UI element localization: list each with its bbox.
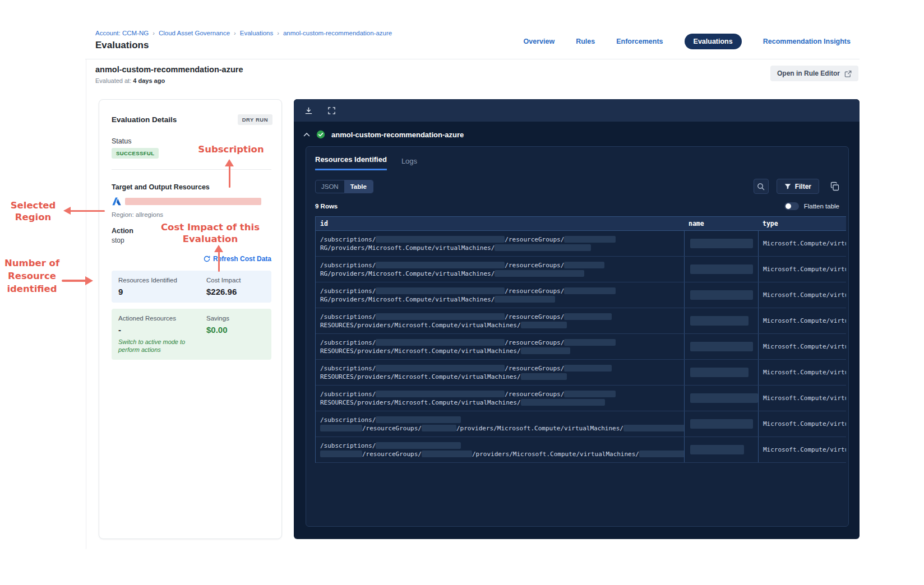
resource-path-text: /resourceGroups/ — [505, 287, 564, 295]
resource-path-text: RG/providers/Microsoft.Compute/virtualMa… — [320, 244, 495, 252]
external-link-icon — [844, 70, 852, 77]
table-row[interactable]: /subscriptions//resourceGroups/RG/provid… — [316, 257, 846, 282]
resource-path-text: /subscriptions/ — [320, 339, 376, 346]
id-line-2: /resourceGroups//providers/Microsoft.Com… — [320, 450, 680, 458]
breadcrumb-item[interactable]: anmol-custom-recommendation-azure — [283, 30, 392, 36]
resource-path-text: RG/providers/Microsoft.Compute/virtualMa… — [320, 270, 495, 277]
evaluated-at: Evaluated at: 4 days ago — [95, 77, 165, 84]
cell-name — [684, 437, 758, 462]
subscription-redacted-value — [125, 198, 261, 205]
resource-path-text: /resourceGroups/ — [505, 313, 564, 321]
resource-path-text: /subscriptions/ — [320, 313, 376, 321]
open-in-rule-editor-button[interactable]: Open in Rule Editor — [770, 66, 858, 81]
redacted-name — [690, 445, 744, 454]
table-row[interactable]: /subscriptions//resourceGroups/RG/provid… — [316, 282, 846, 308]
id-line-1: /subscriptions//resourceGroups/ — [320, 235, 680, 244]
table-row[interactable]: /subscriptions//resourceGroups/RG/provid… — [316, 231, 846, 257]
actioned-savings-box: Actioned Resources - Savings $0.00 Switc… — [112, 309, 271, 360]
cell-name — [684, 282, 758, 308]
id-line-2: RESOURCES/providers/Microsoft.Compute/vi… — [320, 347, 680, 355]
region-value: Region: allregions — [112, 211, 272, 218]
redacted-value — [376, 391, 505, 397]
nav-tab-enforcements[interactable]: Enforcements — [616, 38, 663, 45]
breadcrumb-item[interactable]: Cloud Asset Governance — [159, 30, 230, 36]
view-json-option[interactable]: JSON — [316, 180, 344, 193]
cell-id: /subscriptions//resourceGroups//provider… — [316, 411, 684, 437]
card-divider — [112, 169, 271, 170]
cell-id: /subscriptions//resourceGroups/RG/provid… — [316, 231, 684, 256]
cell-name — [684, 257, 758, 282]
id-line-1: /subscriptions//resourceGroups/ — [320, 287, 680, 295]
table-row[interactable]: /subscriptions//resourceGroups/RESOURCES… — [316, 386, 846, 411]
cell-type: Microsoft.Compute/virtu — [758, 386, 846, 411]
id-line-1: /subscriptions//resourceGroups/ — [320, 261, 680, 270]
nav-tab-rules[interactable]: Rules — [576, 38, 595, 45]
table-row[interactable]: /subscriptions//resourceGroups/RESOURCES… — [316, 308, 846, 334]
redacted-value — [376, 416, 461, 423]
redacted-value — [521, 322, 567, 328]
table-row[interactable]: /subscriptions//resourceGroups//provider… — [316, 437, 846, 463]
cell-type: Microsoft.Compute/virtu — [758, 257, 846, 282]
tab-logs[interactable]: Logs — [401, 157, 417, 170]
id-line-2: RG/providers/Microsoft.Compute/virtualMa… — [320, 270, 680, 278]
filter-button[interactable]: Filter — [777, 179, 819, 194]
id-line-2: RG/providers/Microsoft.Compute/virtualMa… — [320, 244, 680, 252]
annotation-resources-identified: Number of Resource identified — [3, 257, 61, 295]
cell-id: /subscriptions//resourceGroups/RESOURCES… — [316, 386, 684, 411]
resource-path-text: /providers/Microsoft.Compute/virtualMach… — [472, 451, 639, 458]
active-mode-note: Switch to active mode to perform actions — [118, 338, 202, 354]
column-header-name[interactable]: name — [684, 217, 758, 230]
breadcrumb-item[interactable]: Evaluations — [240, 30, 273, 36]
table-row[interactable]: /subscriptions//resourceGroups//provider… — [316, 411, 846, 437]
flatten-table-label: Flatten table — [804, 203, 839, 210]
nav-tab-overview[interactable]: Overview — [524, 38, 555, 45]
id-line-1: /subscriptions//resourceGroups/ — [320, 390, 680, 398]
azure-logo-icon — [112, 197, 122, 206]
resource-path-text: /resourceGroups/ — [505, 365, 564, 372]
redacted-value — [495, 244, 591, 251]
redacted-value — [422, 425, 456, 431]
cell-name — [684, 231, 758, 256]
nav-tab-recommendation-insights[interactable]: Recommendation Insights — [763, 38, 851, 45]
search-button[interactable] — [754, 179, 769, 194]
resource-path-text: /subscriptions/ — [320, 236, 376, 243]
redacted-value — [320, 451, 362, 457]
redacted-value — [564, 365, 612, 372]
redacted-value — [623, 425, 684, 431]
target-resources-label: Target and Output Resources — [112, 183, 272, 191]
success-check-icon — [316, 130, 325, 139]
column-header-type[interactable]: type — [758, 217, 846, 230]
table-row[interactable]: /subscriptions//resourceGroups/RESOURCES… — [316, 360, 846, 386]
flatten-table-toggle[interactable] — [784, 202, 799, 210]
collapse-chevron-icon[interactable] — [303, 132, 310, 137]
copy-icon[interactable] — [830, 182, 840, 192]
cell-id: /subscriptions//resourceGroups//provider… — [316, 437, 684, 462]
id-line-1: /subscriptions//resourceGroups/ — [320, 313, 680, 321]
annotation-selected-region: Selected Region — [4, 199, 62, 223]
top-nav: OverviewRulesEnforcementsEvaluationsReco… — [524, 34, 851, 49]
fullscreen-icon[interactable] — [327, 106, 336, 115]
resource-path-text: /subscriptions/ — [320, 416, 376, 424]
column-header-id[interactable]: id — [316, 217, 684, 230]
redacted-name — [690, 368, 749, 377]
cell-type: Microsoft.Compute/virtu — [758, 360, 846, 385]
tab-resources-identified[interactable]: Resources Identified — [315, 155, 387, 170]
cell-type: Microsoft.Compute/virtu — [758, 282, 846, 308]
open-in-rule-editor-label: Open in Rule Editor — [777, 69, 840, 77]
resource-path-text: /subscriptions/ — [320, 442, 376, 449]
savings-value: $0.00 — [206, 325, 265, 335]
id-line-1: /subscriptions/ — [320, 442, 680, 450]
resources-identified-label: Resources Identified — [118, 277, 206, 284]
redacted-value — [639, 451, 684, 457]
redacted-value — [320, 425, 362, 431]
resource-path-text: RESOURCES/providers/Microsoft.Compute/vi… — [320, 399, 521, 406]
table-row[interactable]: /subscriptions//resourceGroups/RESOURCES… — [316, 334, 846, 360]
refresh-cost-data-link[interactable]: Refresh Cost Data — [204, 255, 271, 263]
resource-path-text: /providers/Microsoft.Compute/virtualMach… — [456, 425, 623, 432]
cell-name — [684, 360, 758, 385]
view-table-option[interactable]: Table — [344, 180, 373, 193]
nav-tab-evaluations[interactable]: Evaluations — [685, 34, 742, 49]
download-icon[interactable] — [304, 106, 313, 115]
redacted-value — [495, 270, 584, 277]
breadcrumb-item[interactable]: Account: CCM-NG — [95, 30, 149, 36]
